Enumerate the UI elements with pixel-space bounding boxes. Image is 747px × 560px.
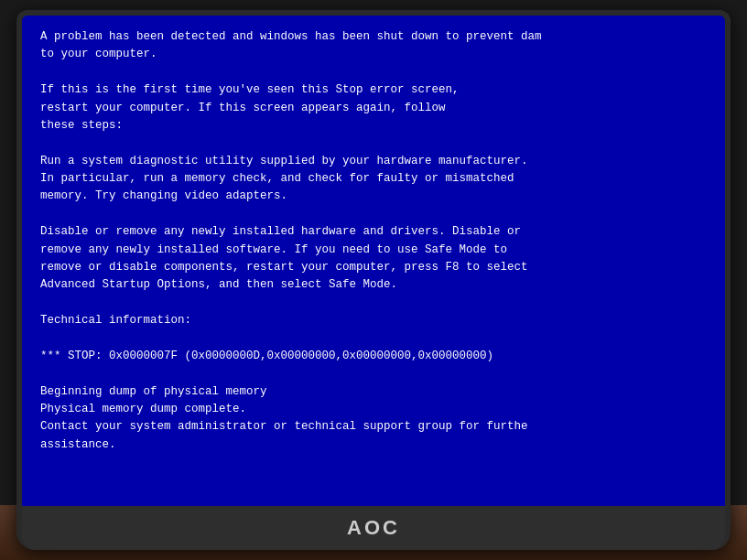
- monitor: A problem has been detected and windows …: [16, 10, 731, 550]
- monitor-bezel-bottom: AOC: [22, 506, 725, 550]
- bsod-screen: A problem has been detected and windows …: [22, 16, 725, 506]
- bsod-content: A problem has been detected and windows …: [40, 28, 707, 454]
- monitor-brand-logo: AOC: [347, 516, 400, 540]
